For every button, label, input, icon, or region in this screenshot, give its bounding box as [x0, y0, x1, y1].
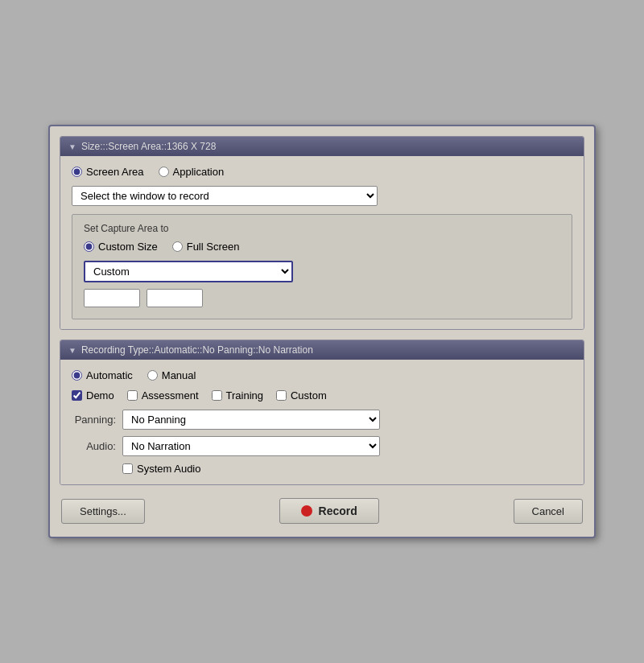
footer: Settings... Record Cancel — [60, 495, 584, 527]
manual-label: Manual — [162, 369, 196, 381]
capture-group: Set Capture Area to Custom Size Full Scr… — [72, 214, 572, 319]
assessment-checkbox[interactable] — [127, 390, 138, 401]
custom-size-radio[interactable] — [84, 241, 94, 252]
size-section-arrow: ▼ — [68, 142, 76, 151]
capture-size-radio-row: Custom Size Full Screen — [84, 241, 560, 253]
manual-radio-label[interactable]: Manual — [147, 369, 196, 381]
height-input[interactable]: 728 — [147, 289, 203, 307]
panning-label: Panning: — [72, 414, 116, 426]
size-section-title: Size:::Screen Area::1366 X 728 — [81, 141, 216, 152]
screen-area-radio-label[interactable]: Screen Area — [72, 166, 144, 178]
recording-section-body: Automatic Manual Demo Assessment — [60, 360, 584, 484]
automatic-label: Automatic — [86, 369, 133, 381]
custom-label: Custom — [291, 389, 327, 402]
automatic-radio-label[interactable]: Automatic — [72, 369, 133, 381]
custom-dropdown-row: Custom 640 x 480 800 x 600 1024 x 768 12… — [84, 261, 560, 289]
dimension-row: 1366 728 — [84, 289, 560, 307]
settings-button[interactable]: Settings... — [61, 499, 145, 524]
recording-section-header: ▼ Recording Type::Automatic::No Panning:… — [60, 340, 584, 360]
recording-section-title: Recording Type::Automatic::No Panning::N… — [81, 344, 313, 356]
main-dialog: ▼ Size:::Screen Area::1366 X 728 Screen … — [48, 125, 596, 538]
custom-size-select[interactable]: Custom 640 x 480 800 x 600 1024 x 768 12… — [84, 261, 293, 282]
record-label: Record — [319, 504, 357, 517]
demo-checkbox[interactable] — [72, 390, 82, 401]
system-audio-row: System Audio — [122, 463, 572, 475]
type-checkbox-row: Demo Assessment Training Custom — [72, 389, 572, 402]
system-audio-checkbox-label[interactable]: System Audio — [122, 463, 201, 475]
manual-radio[interactable] — [147, 370, 158, 381]
window-select[interactable]: Select the window to record — [72, 186, 378, 206]
assessment-label: Assessment — [142, 389, 199, 402]
system-audio-label: System Audio — [137, 463, 201, 475]
application-radio-label[interactable]: Application — [159, 166, 225, 178]
custom-size-radio-label[interactable]: Custom Size — [84, 241, 158, 253]
size-section-body: Screen Area Application Select the windo… — [60, 156, 584, 329]
automatic-radio[interactable] — [72, 370, 82, 381]
mode-radio-row: Automatic Manual — [72, 369, 572, 381]
training-checkbox-label[interactable]: Training — [212, 389, 263, 402]
size-section-header: ▼ Size:::Screen Area::1366 X 728 — [60, 137, 584, 156]
audio-select[interactable]: No Narration Narration System Audio + Na… — [122, 436, 380, 456]
custom-checkbox[interactable] — [276, 390, 287, 401]
screen-area-label: Screen Area — [86, 166, 144, 178]
custom-checkbox-label[interactable]: Custom — [276, 389, 327, 402]
recording-section: ▼ Recording Type::Automatic::No Panning:… — [60, 340, 584, 485]
window-select-row: Select the window to record — [72, 186, 572, 206]
recording-section-arrow: ▼ — [68, 346, 76, 355]
size-section: ▼ Size:::Screen Area::1366 X 728 Screen … — [60, 136, 584, 330]
system-audio-checkbox[interactable] — [122, 463, 133, 474]
cancel-button[interactable]: Cancel — [514, 499, 583, 524]
capture-group-label: Set Capture Area to — [84, 223, 560, 234]
panning-select[interactable]: No Panning Auto Panning Manual Panning — [122, 410, 380, 430]
record-button[interactable]: Record — [279, 498, 379, 524]
screen-area-radio[interactable] — [72, 167, 82, 177]
width-input[interactable]: 1366 — [84, 289, 140, 307]
demo-checkbox-label[interactable]: Demo — [72, 389, 114, 402]
record-dot-icon — [301, 505, 312, 517]
panning-row: Panning: No Panning Auto Panning Manual … — [72, 410, 572, 430]
application-radio[interactable] — [159, 167, 169, 177]
full-screen-radio-label[interactable]: Full Screen — [172, 241, 240, 253]
application-label: Application — [173, 166, 225, 178]
assessment-checkbox-label[interactable]: Assessment — [127, 389, 199, 402]
audio-label: Audio: — [72, 440, 116, 452]
full-screen-radio[interactable] — [172, 241, 183, 252]
full-screen-label: Full Screen — [187, 241, 240, 253]
training-checkbox[interactable] — [212, 390, 222, 401]
custom-size-label: Custom Size — [98, 241, 158, 253]
training-label: Training — [226, 389, 263, 402]
audio-row: Audio: No Narration Narration System Aud… — [72, 436, 572, 456]
demo-label: Demo — [86, 389, 114, 402]
source-radio-row: Screen Area Application — [72, 166, 572, 178]
